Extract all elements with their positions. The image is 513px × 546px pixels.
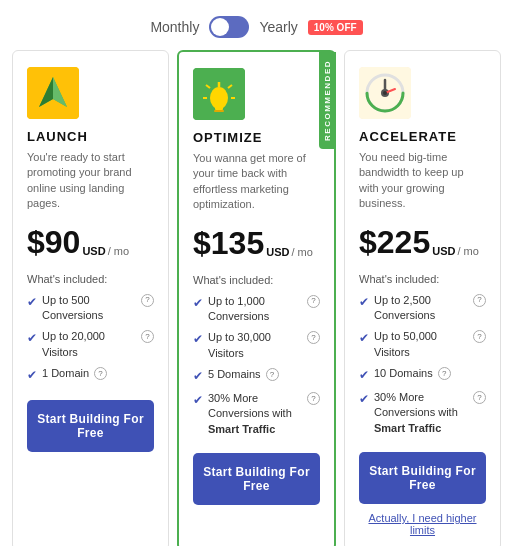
plan-name-optimize: OPTIMIZE xyxy=(193,130,320,145)
info-icon[interactable]: ? xyxy=(141,294,154,307)
feature-item: ✔ Up to 2,500 Conversions ? xyxy=(359,293,486,324)
price-period-launch: / mo xyxy=(108,245,129,257)
feature-item: ✔ 30% More Conversions with Smart Traffi… xyxy=(359,390,486,436)
info-icon[interactable]: ? xyxy=(307,331,320,344)
feature-item: ✔ Up to 30,000 Visitors ? xyxy=(193,330,320,361)
feature-item: ✔ 5 Domains ? xyxy=(193,367,320,385)
whats-included-launch: What's included: xyxy=(27,273,154,285)
info-icon[interactable]: ? xyxy=(473,391,486,404)
plan-desc-launch: You're ready to start promoting your bra… xyxy=(27,150,154,212)
check-icon: ✔ xyxy=(359,367,369,384)
check-icon: ✔ xyxy=(193,295,203,312)
price-currency-launch: USD xyxy=(82,245,105,257)
feature-item: ✔ Up to 50,000 Visitors ? xyxy=(359,329,486,360)
plan-desc-optimize: You wanna get more of your time back wit… xyxy=(193,151,320,213)
check-icon: ✔ xyxy=(359,330,369,347)
check-icon: ✔ xyxy=(27,367,37,384)
yearly-label: Yearly xyxy=(259,19,297,35)
info-icon[interactable]: ? xyxy=(141,330,154,343)
features-list-optimize: ✔ Up to 1,000 Conversions ? ✔ Up to 30,0… xyxy=(193,294,320,438)
check-icon: ✔ xyxy=(359,294,369,311)
plan-name-launch: LAUNCH xyxy=(27,129,154,144)
price-currency-accelerate: USD xyxy=(432,245,455,257)
svg-point-5 xyxy=(210,87,228,109)
price-period-optimize: / mo xyxy=(291,246,312,258)
plan-icon-accelerate xyxy=(359,67,411,119)
info-icon[interactable]: ? xyxy=(307,295,320,308)
check-icon: ✔ xyxy=(27,330,37,347)
check-icon: ✔ xyxy=(359,391,369,408)
plan-icon-launch xyxy=(27,67,79,119)
plan-card-optimize: RECOMMENDED OPTIMIZE You wanna get more … xyxy=(177,50,336,546)
accelerate-icon xyxy=(359,67,411,119)
info-icon[interactable]: ? xyxy=(266,368,279,381)
check-icon: ✔ xyxy=(193,392,203,409)
feature-item: ✔ 10 Domains ? xyxy=(359,366,486,384)
cta-button-launch[interactable]: Start Building For Free xyxy=(27,400,154,452)
check-icon: ✔ xyxy=(193,331,203,348)
plan-price-optimize: $135 USD / mo xyxy=(193,225,320,262)
info-icon[interactable]: ? xyxy=(307,392,320,405)
svg-rect-7 xyxy=(214,110,224,112)
billing-toggle[interactable] xyxy=(209,16,249,38)
whats-included-optimize: What's included: xyxy=(193,274,320,286)
plan-price-accelerate: $225 USD / mo xyxy=(359,224,486,261)
plan-card-launch: LAUNCH You're ready to start promoting y… xyxy=(12,50,169,546)
plan-icon-optimize xyxy=(193,68,245,120)
cta-button-optimize[interactable]: Start Building For Free xyxy=(193,453,320,505)
price-amount-launch: $90 xyxy=(27,224,80,261)
features-list-launch: ✔ Up to 500 Conversions ? ✔ Up to 20,000… xyxy=(27,293,154,384)
cta-button-accelerate[interactable]: Start Building For Free xyxy=(359,452,486,504)
feature-item: ✔ Up to 20,000 Visitors ? xyxy=(27,329,154,360)
price-period-accelerate: / mo xyxy=(457,245,478,257)
plan-desc-accelerate: You need big-time bandwidth to keep up w… xyxy=(359,150,486,212)
launch-icon xyxy=(27,67,79,119)
discount-badge: 10% OFF xyxy=(308,20,363,35)
features-list-accelerate: ✔ Up to 2,500 Conversions ? ✔ Up to 50,0… xyxy=(359,293,486,437)
price-amount-accelerate: $225 xyxy=(359,224,430,261)
feature-item: ✔ Up to 500 Conversions ? xyxy=(27,293,154,324)
check-icon: ✔ xyxy=(27,294,37,311)
price-currency-optimize: USD xyxy=(266,246,289,258)
info-icon[interactable]: ? xyxy=(94,367,107,380)
svg-rect-6 xyxy=(215,106,223,110)
price-amount-optimize: $135 xyxy=(193,225,264,262)
feature-item: ✔ 1 Domain ? xyxy=(27,366,154,384)
info-icon[interactable]: ? xyxy=(473,330,486,343)
check-icon: ✔ xyxy=(193,368,203,385)
svg-point-19 xyxy=(383,91,387,95)
whats-included-accelerate: What's included: xyxy=(359,273,486,285)
plans-container: LAUNCH You're ready to start promoting y… xyxy=(0,50,513,546)
recommended-badge: RECOMMENDED xyxy=(319,52,336,149)
billing-toggle-section: Monthly Yearly 10% OFF xyxy=(0,0,513,50)
higher-limits-link[interactable]: Actually, I need higher limits xyxy=(359,512,486,536)
toggle-thumb xyxy=(211,18,229,36)
feature-item: ✔ Up to 1,000 Conversions ? xyxy=(193,294,320,325)
plan-card-accelerate: ACCELERATE You need big-time bandwidth t… xyxy=(344,50,501,546)
feature-item: ✔ 30% More Conversions with Smart Traffi… xyxy=(193,391,320,437)
info-icon[interactable]: ? xyxy=(473,294,486,307)
info-icon[interactable]: ? xyxy=(438,367,451,380)
plan-name-accelerate: ACCELERATE xyxy=(359,129,486,144)
monthly-label: Monthly xyxy=(150,19,199,35)
optimize-icon xyxy=(193,68,245,120)
plan-price-launch: $90 USD / mo xyxy=(27,224,154,261)
